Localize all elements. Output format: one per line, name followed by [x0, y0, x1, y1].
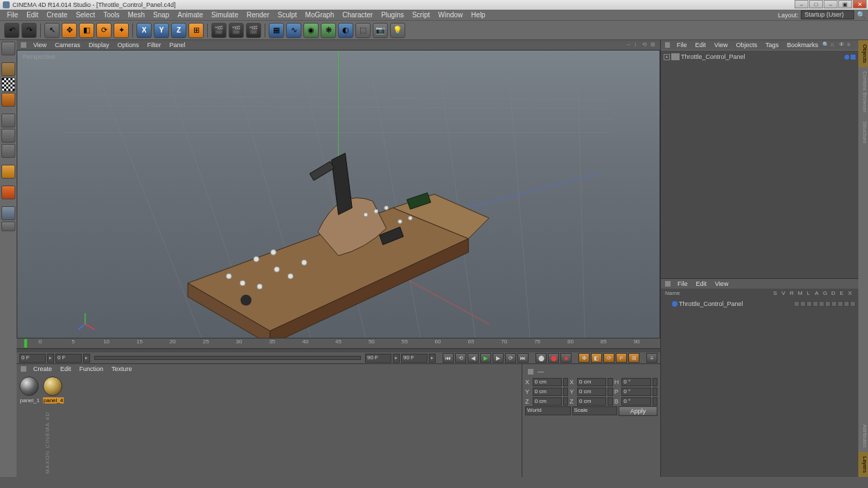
menu-file[interactable]: File: [3, 11, 22, 19]
vp-menu-view[interactable]: View: [29, 42, 51, 48]
scale-key-button[interactable]: ◧: [591, 353, 602, 363]
coord-spin[interactable]: [563, 378, 568, 386]
objmgr-view[interactable]: View: [710, 42, 732, 48]
close-button[interactable]: ✕: [853, 0, 867, 8]
add-environment-button[interactable]: ⬚: [355, 23, 371, 38]
prev-frame-button[interactable]: ◀: [468, 353, 479, 363]
render-region-button[interactable]: 🎬: [229, 23, 244, 38]
coord-rot-field[interactable]: 0 °: [621, 397, 650, 406]
add-deformer-button[interactable]: ◐: [338, 23, 353, 38]
material-item[interactable]: panel_1: [19, 377, 40, 404]
attrmgr-file[interactable]: File: [673, 280, 692, 287]
current-frame-field[interactable]: 0 F: [55, 354, 82, 363]
add-spline-button[interactable]: ∿: [286, 23, 301, 38]
timeline-playhead[interactable]: [24, 338, 28, 348]
layer-toggle-d[interactable]: [838, 301, 843, 307]
right-tab-objects[interactable]: Objects: [858, 40, 868, 67]
add-cube-button[interactable]: ▦: [269, 23, 284, 38]
object-tree[interactable]: + Throttle_Control_Panel: [661, 50, 858, 278]
snap-tool[interactable]: [1, 186, 15, 199]
layer-color-icon[interactable]: [672, 301, 677, 307]
z-axis-lock[interactable]: Z: [171, 23, 186, 38]
menu-select[interactable]: Select: [71, 11, 99, 19]
coord-pos-field[interactable]: 0 cm: [533, 378, 562, 386]
objmgr-tags[interactable]: Tags: [761, 42, 783, 48]
objmgr-eye-icon[interactable]: 👁: [839, 42, 846, 48]
move-tool[interactable]: ✥: [62, 23, 77, 38]
axis-tool[interactable]: [1, 165, 15, 179]
layer-tree[interactable]: Throttle_Control_Panel: [661, 298, 858, 477]
redo-button[interactable]: ↷: [21, 23, 37, 38]
model-mode-tool[interactable]: [1, 62, 15, 76]
render-settings-button[interactable]: 🎬: [246, 23, 261, 38]
vp-menu-display[interactable]: Display: [85, 42, 114, 48]
minimize-button[interactable]: –: [795, 0, 808, 8]
menu-animate[interactable]: Animate: [173, 11, 207, 19]
current-frame-spin[interactable]: ▸: [83, 354, 90, 363]
range-end2-spin[interactable]: ▸: [429, 354, 436, 363]
scale-tool[interactable]: ◧: [79, 23, 94, 38]
vp-menu-filter[interactable]: Filter: [143, 42, 165, 48]
add-camera-button[interactable]: 📷: [373, 23, 388, 38]
coord-grip-icon[interactable]: [528, 369, 533, 374]
coord-spin[interactable]: [563, 388, 568, 396]
y-axis-lock[interactable]: Y: [154, 23, 169, 38]
right-tab-layers[interactable]: Layers: [858, 452, 868, 477]
range-end-spin[interactable]: ▸: [393, 354, 400, 363]
perspective-viewport[interactable]: Perspective: [17, 50, 660, 338]
matmgr-function[interactable]: Function: [76, 365, 108, 372]
layer-toggle-s[interactable]: [794, 301, 799, 307]
menu-help[interactable]: Help: [467, 11, 490, 19]
layer-toggle-e[interactable]: [844, 301, 849, 307]
layer-toggle-x[interactable]: [850, 301, 856, 307]
coord-size-field[interactable]: 0 cm: [577, 397, 606, 406]
restore-button[interactable]: ▣: [838, 0, 852, 8]
record-button[interactable]: ⬤: [535, 353, 547, 363]
polygons-mode-tool[interactable]: [1, 144, 15, 158]
vp-menu-panel[interactable]: Panel: [165, 42, 189, 48]
coord-pos-field[interactable]: 0 cm: [533, 388, 562, 396]
play-button[interactable]: ▶: [480, 353, 491, 363]
layer-toggle-g[interactable]: [831, 301, 837, 307]
objmgr-bookmarks[interactable]: Bookmarks: [783, 42, 822, 48]
vp-menu-options[interactable]: Options: [113, 42, 143, 48]
tree-item-root[interactable]: + Throttle_Control_Panel: [662, 52, 857, 62]
render-dot[interactable]: [851, 55, 856, 60]
range-start-spin[interactable]: ▸: [47, 354, 54, 363]
coord-spin[interactable]: [653, 397, 657, 406]
coord-spin[interactable]: [608, 378, 612, 386]
add-light-button[interactable]: 💡: [390, 23, 405, 38]
vp-layout-icon[interactable]: ⊞: [650, 42, 657, 48]
coord-spin[interactable]: [608, 397, 612, 406]
locked-workplane[interactable]: [1, 222, 15, 231]
add-generator-button[interactable]: ❋: [321, 23, 336, 38]
texture-mode-tool[interactable]: [1, 78, 15, 91]
menu-sculpt[interactable]: Sculpt: [274, 11, 301, 19]
coord-rot-field[interactable]: 0 °: [621, 378, 650, 386]
rot-key-button[interactable]: ⟳: [603, 353, 614, 363]
timeline-app-button[interactable]: ≡: [646, 353, 657, 363]
maximize-button[interactable]: □: [809, 0, 823, 8]
expand-icon[interactable]: +: [664, 54, 670, 60]
matmgr-edit[interactable]: Edit: [56, 365, 76, 372]
range-end2-field[interactable]: 90 F: [401, 354, 427, 363]
goto-start-button[interactable]: ⏮: [443, 353, 454, 363]
menu-snap[interactable]: Snap: [149, 11, 173, 19]
coord-apply-button[interactable]: Apply: [619, 406, 657, 416]
menu-edit[interactable]: Edit: [22, 11, 42, 19]
layer-toggle-l[interactable]: [819, 301, 824, 307]
undo-button[interactable]: ↶: [4, 23, 19, 38]
coord-mode-dropdown[interactable]: Scale: [572, 406, 618, 415]
render-view-button[interactable]: 🎬: [211, 23, 227, 38]
vp-zoom-icon[interactable]: ↕: [634, 42, 641, 48]
workplane-snap[interactable]: [1, 206, 15, 220]
layout-dropdown[interactable]: Startup (User): [801, 10, 854, 19]
objmgr-grip-icon[interactable]: [665, 42, 670, 48]
goto-end-button[interactable]: ⏭: [517, 353, 529, 363]
keyframe-sel-button[interactable]: ◉: [560, 353, 572, 363]
objmgr-home-icon[interactable]: ⌂: [831, 42, 838, 48]
viewport-grip-icon[interactable]: [21, 42, 26, 48]
coord-size-field[interactable]: 0 cm: [577, 388, 606, 396]
next-frame-button[interactable]: ▶: [493, 353, 504, 363]
pos-key-button[interactable]: ✥: [578, 353, 590, 363]
